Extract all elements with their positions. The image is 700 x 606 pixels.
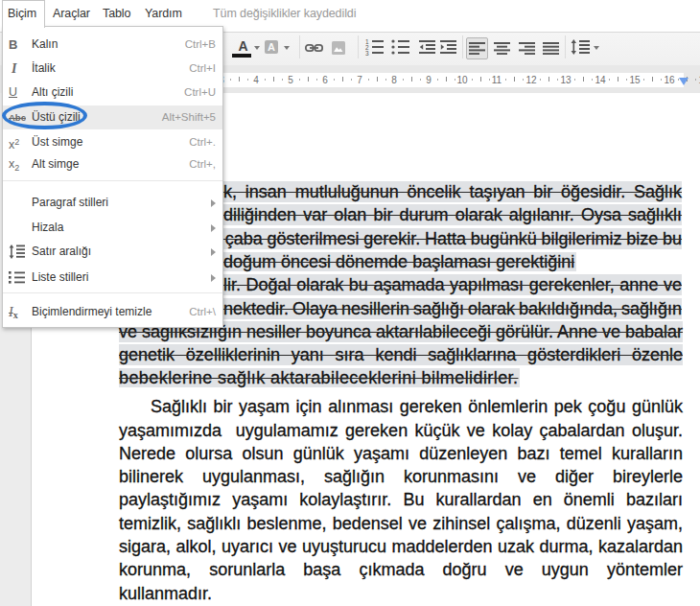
svg-text:3: 3 [365, 50, 369, 57]
